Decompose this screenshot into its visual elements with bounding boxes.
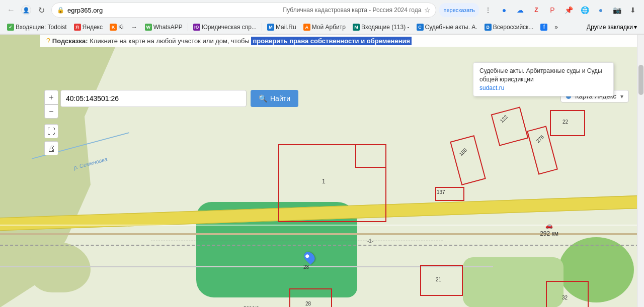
arbiter-favicon: А <box>303 24 310 31</box>
bookmark-inbox[interactable]: М Входящие (113) - <box>350 23 413 32</box>
bookmark-mailru-label: Mail.Ru <box>276 24 296 31</box>
bookmark-yandex[interactable]: Я Яндекс <box>71 23 106 32</box>
bookmark-arbiter-label: Мой Арбитр <box>312 24 346 31</box>
scrollbar-thumb[interactable] <box>638 65 643 95</box>
download-button[interactable]: ⬇ <box>626 3 640 17</box>
yandex-favicon: Я <box>74 24 81 31</box>
hint-middle: Кликните на карте на любой участок или д… <box>90 37 251 45</box>
plot-21[interactable] <box>420 265 463 296</box>
lock-icon: 🔒 <box>57 7 64 14</box>
bookmark-mailru[interactable]: M Mail.Ru <box>264 23 299 32</box>
bookmark-more[interactable]: » <box>551 23 561 32</box>
search-input[interactable] <box>60 90 247 107</box>
search-button-label: Найти <box>270 94 290 103</box>
print-button-container: 🖨 <box>44 141 58 155</box>
more-bookmarks-icon: » <box>554 24 558 31</box>
tooltip-popup: Судебные акты. Арбитражные суды и Суды о… <box>473 62 614 96</box>
tooltip-popup-text: Судебные акты. Арбитражные суды и Суды о… <box>479 67 607 92</box>
bookmark-arbiter[interactable]: А Мой Арбитр <box>300 23 349 32</box>
bookmark-ki-label: Ki <box>118 24 124 31</box>
facebook-favicon: f <box>540 24 547 31</box>
bookmark-whatsapp-label: WhatsAPP <box>153 24 183 31</box>
hint-bar: ? Подсказка: Кликните на карте на любой … <box>40 35 644 47</box>
extension-5[interactable]: 📌 <box>561 3 576 17</box>
print-button[interactable]: 🖨 <box>44 141 58 155</box>
address-bar[interactable]: 🔒 egrp365.org Публичная кадастровая карт… <box>51 3 436 18</box>
whatsapp-favicon: W <box>145 24 152 31</box>
bookmark-separator-2 <box>262 23 262 31</box>
dashed-road <box>0 245 644 246</box>
bookmark-yandex-label: Яндекс <box>83 24 103 31</box>
refresh-button[interactable]: ↻ <box>34 3 48 17</box>
distance-icon: 🚗 <box>545 222 553 229</box>
extension-6[interactable]: 🌐 <box>578 3 592 17</box>
extension-1[interactable]: ● <box>497 3 511 17</box>
bookmark-whatsapp[interactable]: W WhatsAPP <box>142 23 186 32</box>
hint-icon: ? <box>46 37 50 45</box>
bookmark-separator <box>188 23 188 31</box>
plot-32[interactable] <box>546 281 589 307</box>
tooltip-title: Судебные акты. Арбитражные суды и Суды о… <box>479 67 602 83</box>
map-type-arrow-icon: ▾ <box>620 93 623 100</box>
arrow-favicon: → <box>131 24 138 31</box>
extension-8[interactable]: 📷 <box>610 3 624 17</box>
vseross-favicon: В <box>485 24 492 31</box>
map-marker[interactable]: 28 <box>305 251 314 263</box>
hint-highlight: проверить права собственности и обремене… <box>251 37 412 45</box>
extension-3[interactable]: Z <box>529 3 543 17</box>
fullscreen-button-container: ⛶ <box>44 124 58 138</box>
other-bookmarks-label: Другие закладки <box>587 24 633 31</box>
bookmark-star-icon[interactable]: ☆ <box>424 6 431 14</box>
extension-2[interactable]: ☁ <box>513 3 527 17</box>
other-bookmarks[interactable]: Другие закладки ▾ <box>584 23 640 32</box>
plot-main-label: 1 <box>322 178 326 185</box>
marker-label: 28 <box>303 264 309 270</box>
plot-22-label: 22 <box>562 119 568 125</box>
search-button[interactable]: 🔍 Найти <box>251 90 298 107</box>
bookmark-legal-label: Юридическая спр... <box>202 24 257 31</box>
bookmark-arrow[interactable]: → <box>128 23 141 32</box>
road-label-line <box>151 241 443 241</box>
inbox-favicon: М <box>353 24 360 31</box>
scrollbar[interactable] <box>637 35 644 307</box>
zoom-in-button[interactable]: + <box>44 90 58 104</box>
extension-7[interactable]: ● <box>594 3 608 17</box>
plot-28-label: 28 <box>305 301 311 306</box>
address-domain: egrp365.org <box>67 7 103 14</box>
marker-dot <box>305 254 310 259</box>
bookmark-inbox-label: Входящие (113) - <box>361 24 410 31</box>
menu-button[interactable]: ⋮ <box>481 3 495 17</box>
mailru-favicon: M <box>267 24 274 31</box>
todoist-favicon: ✓ <box>7 24 14 31</box>
zoom-out-button[interactable]: − <box>44 105 58 119</box>
bookmark-sudact[interactable]: С Судебные акты. А. <box>414 23 480 32</box>
road-bottom <box>0 266 493 267</box>
bookmark-todoist[interactable]: ✓ Входящие: Todoist <box>4 23 70 32</box>
retell-button[interactable]: пересказать <box>439 3 479 17</box>
bookmark-facebook[interactable]: f <box>537 23 550 32</box>
plot-32-label: 32 <box>562 295 568 300</box>
back-button[interactable]: ← <box>4 3 18 17</box>
bookmark-ki[interactable]: K Ki <box>107 23 127 32</box>
distance-text: 292 км <box>540 230 558 237</box>
profile-button[interactable]: 👤 <box>21 5 31 15</box>
fullscreen-button[interactable]: ⛶ <box>44 124 58 138</box>
extension-4[interactable]: P <box>545 3 559 17</box>
zoom-controls: + − <box>44 90 58 119</box>
bookmark-vseross-label: Всероссийск... <box>493 24 534 31</box>
main-content: Судебные акты. Арбитражные суды и Суды о… <box>0 35 644 307</box>
bookmark-vseross[interactable]: В Всероссийск... <box>481 23 537 32</box>
map-search-bar: 🔍 Найти <box>60 90 298 107</box>
bookmark-legal[interactable]: Ю Юридическая спр... <box>190 23 260 32</box>
plot-notch <box>355 145 385 168</box>
plot-main[interactable] <box>278 144 386 222</box>
ki-favicon: K <box>110 24 117 31</box>
tooltip-url: sudact.ru <box>479 84 504 91</box>
bookmarks-bar: ✓ Входящие: Todoist Я Яндекс K Ki → W Wh… <box>0 20 644 34</box>
sudact-favicon: С <box>417 24 424 31</box>
page-title-text: Публичная кадастровая карта - Россия 202… <box>283 7 422 14</box>
hint-text: Подсказка: Кликните на карте на любой уч… <box>52 37 412 45</box>
navigation-bar: ← 👤 ↻ 🔒 egrp365.org Публичная кадастрова… <box>0 0 644 20</box>
plot-21-label: 21 <box>436 277 441 282</box>
bookmark-sudact-label: Судебные акты. А. <box>425 24 477 31</box>
